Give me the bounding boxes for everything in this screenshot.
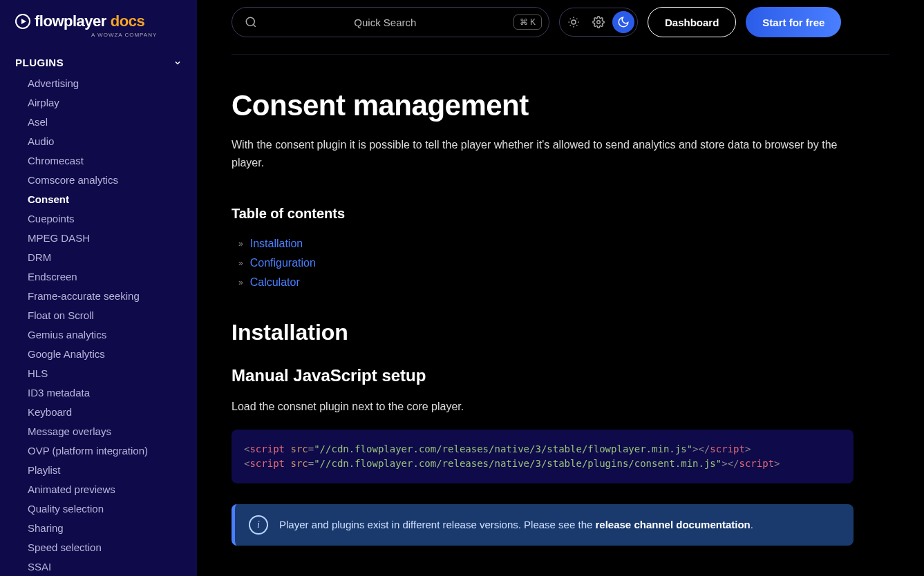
chevron-right-icon: » xyxy=(238,239,243,249)
toc-link[interactable]: Calculator xyxy=(250,276,300,289)
sidebar-item[interactable]: Quality selection xyxy=(0,499,197,519)
sidebar-item[interactable]: MPEG DASH xyxy=(0,229,197,248)
svg-point-11 xyxy=(597,21,601,24)
svg-line-5 xyxy=(570,19,571,19)
page-title: Consent management xyxy=(232,89,854,122)
sidebar-item[interactable]: Airplay xyxy=(0,93,197,113)
sidebar-item[interactable]: HLS xyxy=(0,364,197,383)
logo[interactable]: flowplayer docs A WOWZA COMPANY xyxy=(0,12,197,51)
toc-item: »Installation xyxy=(232,234,854,253)
theme-system-button[interactable] xyxy=(587,11,610,33)
sidebar-item[interactable]: OVP (platform integration) xyxy=(0,441,197,461)
manual-setup-text: Load the consnet plugin next to the core… xyxy=(232,398,854,416)
callout-text: Player and plugins exist in different re… xyxy=(279,519,753,530)
search-icon xyxy=(245,16,257,28)
svg-point-2 xyxy=(572,20,576,24)
sidebar-item[interactable]: Keyboard xyxy=(0,403,197,422)
sidebar-item[interactable]: Chromecast xyxy=(0,151,197,171)
theme-light-button[interactable] xyxy=(563,11,585,33)
sidebar-item[interactable]: Message overlays xyxy=(0,422,197,441)
chevron-right-icon: » xyxy=(238,258,243,268)
sidebar-item[interactable]: Sharing xyxy=(0,519,197,538)
svg-line-9 xyxy=(570,25,571,26)
toc-link[interactable]: Installation xyxy=(250,238,303,250)
page-intro: With the consent plugin it is possible t… xyxy=(232,136,854,171)
topbar: Quick Search ⌘ K Dashboard Start for fre… xyxy=(232,7,889,55)
manual-setup-heading: Manual JavaScript setup xyxy=(232,366,854,385)
sidebar-item[interactable]: ID3 metadata xyxy=(0,383,197,403)
installation-heading: Installation xyxy=(232,320,854,345)
sidebar-item[interactable]: Advertising xyxy=(0,74,197,93)
theme-switcher xyxy=(559,8,638,37)
sidebar-item[interactable]: Comscore analytics xyxy=(0,171,197,190)
sidebar-item[interactable]: Frame-accurate seeking xyxy=(0,287,197,306)
sidebar-item[interactable]: Consent xyxy=(0,190,197,209)
chevron-right-icon: » xyxy=(238,278,243,287)
toc-item: »Configuration xyxy=(232,253,854,273)
play-icon xyxy=(15,14,30,29)
sidebar-item[interactable]: Playlist xyxy=(0,461,197,480)
svg-line-1 xyxy=(253,24,255,26)
article: Consent management With the consent plug… xyxy=(232,89,854,546)
info-callout: i Player and plugins exist in different … xyxy=(232,504,854,546)
logo-suffix: docs xyxy=(111,12,144,30)
callout-link[interactable]: release channel documentation xyxy=(596,519,751,530)
sidebar-item[interactable]: Endscreen xyxy=(0,267,197,287)
theme-dark-button[interactable] xyxy=(612,11,634,33)
sidebar-item[interactable]: Cuepoints xyxy=(0,209,197,229)
chevron-down-icon xyxy=(173,59,182,67)
sidebar-nav: AdvertisingAirplayAselAudioChromecastCom… xyxy=(0,74,197,576)
info-icon: i xyxy=(249,515,268,535)
search-placeholder: Quick Search xyxy=(257,17,513,28)
start-free-button[interactable]: Start for free xyxy=(746,7,841,37)
sidebar-item[interactable]: Google Analytics xyxy=(0,345,197,364)
svg-line-6 xyxy=(576,25,577,26)
search-input[interactable]: Quick Search ⌘ K xyxy=(232,7,549,37)
sidebar: flowplayer docs A WOWZA COMPANY PLUGINS … xyxy=(0,0,197,576)
sidebar-item[interactable]: Asel xyxy=(0,113,197,132)
search-kbd: ⌘ K xyxy=(513,15,542,30)
main-content: Quick Search ⌘ K Dashboard Start for fre… xyxy=(197,0,924,576)
toc-heading: Table of contents xyxy=(232,206,854,222)
sun-icon xyxy=(567,16,580,28)
dashboard-button[interactable]: Dashboard xyxy=(648,7,736,37)
sidebar-item[interactable]: DRM xyxy=(0,248,197,267)
sidebar-item[interactable]: Audio xyxy=(0,132,197,151)
svg-point-0 xyxy=(246,17,254,26)
sidebar-item[interactable]: Animated previews xyxy=(0,480,197,499)
svg-line-10 xyxy=(576,19,577,19)
toc-item: »Calculator xyxy=(232,273,854,292)
sidebar-section-plugins[interactable]: PLUGINS xyxy=(0,51,197,74)
sidebar-item[interactable]: Speed selection xyxy=(0,538,197,557)
logo-main: flowplayer xyxy=(35,12,106,30)
gear-icon xyxy=(592,16,605,28)
sidebar-item[interactable]: SSAI xyxy=(0,557,197,576)
sidebar-item[interactable]: Float on Scroll xyxy=(0,306,197,325)
logo-subtitle: A WOWZA COMPANY xyxy=(91,32,157,38)
sidebar-item[interactable]: Gemius analytics xyxy=(0,325,197,345)
toc-link[interactable]: Configuration xyxy=(250,257,316,269)
moon-icon xyxy=(617,16,630,28)
code-block: <script src="//cdn.flowplayer.com/releas… xyxy=(232,430,854,483)
toc-list: »Installation»Configuration»Calculator xyxy=(232,234,854,292)
sidebar-section-label: PLUGINS xyxy=(15,57,64,68)
